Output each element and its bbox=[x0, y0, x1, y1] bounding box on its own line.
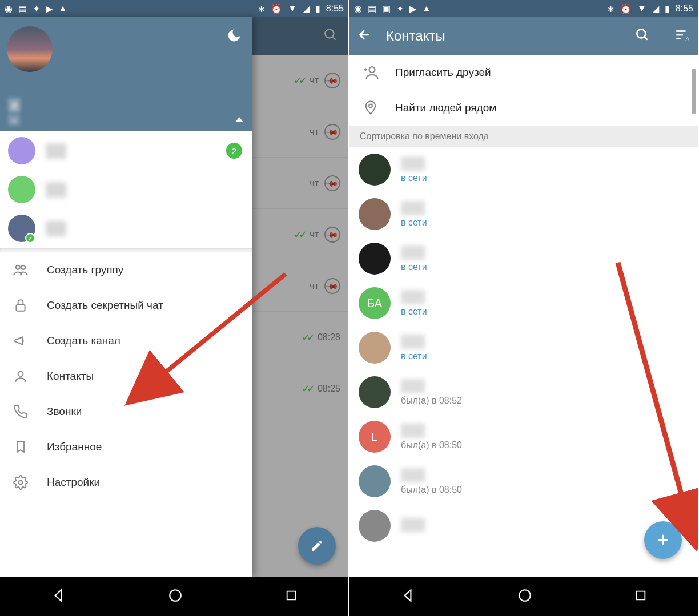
home-nav-icon[interactable] bbox=[168, 588, 183, 605]
signal-icon: ◢ bbox=[303, 3, 310, 14]
contact-row[interactable]: был(а) в 08:52 bbox=[350, 370, 698, 414]
compass-icon: ◉ bbox=[354, 3, 362, 14]
phone-right: ◉ ▤ ▣ ✦ ▶ ▲ ∗ ⏰ ▼ ◢ ▮ 8:55 Контакты A Пр… bbox=[350, 0, 699, 616]
contact-row[interactable]: в сети bbox=[350, 325, 698, 370]
page-title: Контакты bbox=[386, 28, 621, 44]
wifi-icon: ▼ bbox=[637, 3, 646, 14]
battery-icon: ▮ bbox=[665, 3, 670, 14]
contact-status: в сети bbox=[401, 307, 427, 317]
contact-avatar bbox=[359, 465, 391, 497]
svg-rect-4 bbox=[16, 305, 25, 311]
svg-point-7 bbox=[170, 590, 181, 601]
contact-name bbox=[401, 379, 425, 393]
contact-name bbox=[401, 245, 425, 260]
bluetooth-icon: ∗ bbox=[258, 3, 265, 14]
account-expand-icon[interactable] bbox=[235, 117, 243, 122]
clock: 8:55 bbox=[326, 3, 344, 14]
contact-row[interactable]: был(а) в 08:50 bbox=[350, 459, 698, 504]
contact-avatar: БА bbox=[359, 287, 391, 319]
location-icon bbox=[362, 99, 379, 116]
contact-status: в сети bbox=[401, 262, 427, 272]
compose-fab[interactable] bbox=[298, 527, 336, 565]
warning-icon: ▲ bbox=[422, 3, 431, 14]
group-icon bbox=[13, 262, 29, 278]
status-bar: ◉ ▤ ✦ ▶ ▲ ∗ ⏰ ▼ ◢ ▮ 8:55 bbox=[0, 0, 348, 17]
contact-row[interactable]: в сети bbox=[350, 192, 698, 236]
alarm-icon: ⏰ bbox=[271, 3, 282, 14]
contact-row[interactable]: БА в сети bbox=[350, 281, 698, 325]
lock-icon bbox=[13, 297, 29, 313]
contact-name bbox=[401, 335, 425, 349]
sort-icon[interactable]: A bbox=[674, 27, 690, 45]
contact-row[interactable]: в сети bbox=[350, 147, 698, 192]
add-person-icon bbox=[362, 64, 379, 81]
contact-name bbox=[401, 468, 425, 482]
back-nav-icon[interactable] bbox=[51, 588, 66, 605]
menu-label: Контакты bbox=[47, 370, 94, 383]
accounts-list: 2 ✓ bbox=[0, 131, 252, 248]
account-name bbox=[46, 182, 66, 198]
contact-row[interactable]: в сети bbox=[350, 236, 698, 281]
menu-calls[interactable]: Звонки bbox=[0, 394, 252, 429]
sort-section-header: Сортировка по времени входа bbox=[350, 126, 698, 147]
invite-friends-row[interactable]: Пригласить друзей bbox=[350, 55, 698, 90]
contact-status: был(а) в 08:52 bbox=[401, 396, 462, 406]
drawer-username: a bbox=[8, 98, 21, 112]
clock: 8:55 bbox=[676, 3, 693, 14]
phone-left: ◉ ▤ ✦ ▶ ▲ ∗ ⏰ ▼ ◢ ▮ 8:55 ✓✓ чт 📌 чт 📌 чт bbox=[0, 0, 350, 616]
unread-badge: 2 bbox=[226, 143, 242, 159]
menu-saved[interactable]: Избранное bbox=[0, 429, 252, 465]
alarm-icon: ⏰ bbox=[620, 3, 632, 14]
active-check-icon: ✓ bbox=[25, 233, 35, 243]
action-label: Пригласить друзей bbox=[395, 66, 491, 79]
svg-point-20 bbox=[519, 590, 531, 601]
account-name bbox=[46, 143, 66, 159]
contact-name bbox=[401, 290, 425, 304]
contact-avatar bbox=[359, 243, 391, 275]
gear-icon bbox=[13, 474, 29, 490]
contact-status: в сети bbox=[401, 173, 427, 183]
contact-row[interactable]: L был(а) в 08:50 bbox=[350, 414, 698, 459]
menu-secret-chat[interactable]: Создать секретный чат bbox=[0, 288, 252, 323]
home-nav-icon[interactable] bbox=[517, 588, 532, 605]
drawer-overlay[interactable] bbox=[252, 17, 348, 577]
android-navbar bbox=[0, 577, 348, 616]
find-nearby-row[interactable]: Найти людей рядом bbox=[350, 90, 698, 126]
drawer-phone: + bbox=[8, 115, 20, 126]
back-icon[interactable] bbox=[357, 27, 372, 45]
svg-line-11 bbox=[644, 37, 647, 39]
person-icon bbox=[13, 368, 29, 384]
battery-icon: ▮ bbox=[315, 3, 320, 14]
menu-contacts[interactable]: Контакты bbox=[0, 359, 252, 394]
night-mode-icon[interactable] bbox=[226, 27, 242, 47]
contact-status: был(а) в 08:50 bbox=[401, 440, 462, 450]
contact-avatar bbox=[359, 198, 391, 230]
menu-new-channel[interactable]: Создать канал bbox=[0, 323, 252, 359]
sync-icon: ✦ bbox=[33, 3, 40, 14]
contact-name bbox=[401, 201, 425, 215]
menu-label: Избранное bbox=[47, 441, 102, 453]
bookmark-icon bbox=[13, 439, 29, 455]
contacts-list: в сети в сети в сети БА в сети в сети бы… bbox=[350, 147, 698, 548]
search-icon[interactable] bbox=[635, 27, 650, 45]
account-row[interactable]: 2 bbox=[0, 131, 252, 170]
profile-avatar[interactable] bbox=[7, 26, 53, 72]
account-row[interactable] bbox=[0, 170, 252, 209]
scrollbar[interactable] bbox=[692, 69, 696, 114]
menu-settings[interactable]: Настройки bbox=[0, 465, 252, 500]
add-contact-fab[interactable]: + bbox=[644, 521, 682, 559]
recent-nav-icon[interactable] bbox=[634, 589, 647, 604]
message-icon: ▤ bbox=[18, 3, 27, 14]
menu-new-group[interactable]: Создать группу bbox=[0, 252, 252, 288]
recent-nav-icon[interactable] bbox=[285, 589, 298, 604]
contact-status: был(а) в 08:50 bbox=[401, 485, 462, 495]
back-nav-icon[interactable] bbox=[400, 588, 415, 605]
svg-point-19 bbox=[369, 104, 372, 108]
svg-point-3 bbox=[21, 265, 25, 269]
menu-label: Создать группу bbox=[47, 264, 123, 276]
account-name bbox=[46, 221, 66, 236]
warning-icon: ▲ bbox=[58, 3, 67, 14]
account-row[interactable]: ✓ bbox=[0, 209, 252, 248]
contacts-topbar: Контакты A bbox=[350, 17, 698, 55]
svg-point-10 bbox=[637, 29, 645, 38]
